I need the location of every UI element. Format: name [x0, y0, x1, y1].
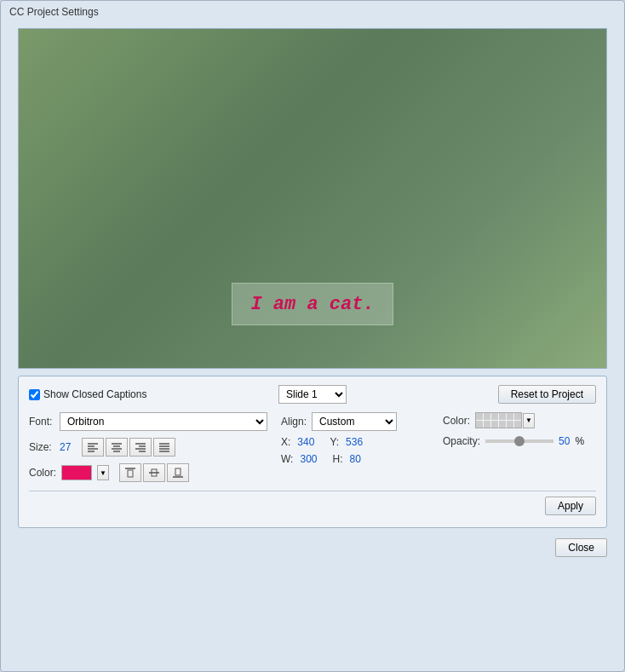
opacity-slider[interactable]: [485, 439, 553, 443]
color-grid-swatch[interactable]: [475, 412, 522, 428]
percent-sign: %: [575, 435, 584, 447]
valign-bottom-button[interactable]: [167, 463, 189, 482]
color-row-left: Color: ▼: [29, 463, 267, 482]
align-justify-button[interactable]: [153, 438, 175, 457]
text-align-buttons: [82, 438, 175, 457]
align-select[interactable]: Custom Left Center Right: [312, 412, 397, 431]
apply-button[interactable]: Apply: [545, 497, 596, 515]
align-right-button[interactable]: [129, 438, 152, 457]
controls-panel: Show Closed Captions Slide 1 Slide 2 Sli…: [18, 376, 607, 528]
color-right-dropdown-button[interactable]: ▼: [523, 413, 535, 428]
wh-row: W: 300 H: 80: [281, 453, 438, 465]
w-label: W:: [281, 453, 293, 465]
opacity-value: 50: [559, 435, 570, 447]
x-label: X:: [281, 436, 290, 448]
opacity-row: Opacity: 50 %: [443, 435, 596, 447]
color-row-right: Color:: [443, 412, 596, 428]
x-value[interactable]: 340: [297, 436, 314, 448]
opacity-label: Opacity:: [443, 435, 480, 447]
show-cc-container: Show Closed Captions: [29, 388, 218, 400]
divider: [29, 491, 596, 491]
show-cc-label: Show Closed Captions: [43, 388, 146, 400]
middle-col: Align: Custom Left Center Right X: 340 Y…: [272, 412, 438, 465]
svg-rect-21: [175, 468, 181, 475]
svg-rect-17: [128, 470, 133, 477]
caption-text: I am a cat.: [250, 294, 374, 315]
reset-to-project-button[interactable]: Reset to Project: [498, 385, 596, 404]
title-bar: CC Project Settings: [1, 1, 624, 21]
color-label-left: Color:: [29, 467, 56, 479]
font-label: Font:: [29, 416, 54, 428]
w-value[interactable]: 300: [300, 453, 317, 465]
reset-btn-area: Reset to Project: [407, 385, 596, 404]
controls-row2: Font: Orbitron Arial Verdana Size: 27: [29, 412, 596, 482]
size-row: Size: 27: [29, 438, 267, 457]
align-label: Align:: [281, 416, 307, 428]
close-button[interactable]: Close: [555, 538, 607, 557]
font-select-wrapper: Orbitron Arial Verdana: [60, 412, 267, 431]
size-value[interactable]: 27: [60, 441, 77, 453]
close-row: Close: [1, 535, 624, 566]
caption-box: I am a cat.: [232, 283, 393, 325]
window: CC Project Settings I am a cat. Show Clo…: [0, 0, 625, 672]
color-dropdown-button[interactable]: ▼: [97, 465, 109, 480]
y-value[interactable]: 536: [346, 436, 363, 448]
vertical-align-buttons: [119, 463, 189, 482]
color-swatch[interactable]: [61, 465, 92, 480]
font-select[interactable]: Orbitron Arial Verdana: [60, 412, 267, 431]
font-row: Font: Orbitron Arial Verdana: [29, 412, 267, 431]
align-left-button[interactable]: [82, 438, 104, 457]
valign-middle-button[interactable]: [143, 463, 165, 482]
size-label: Size:: [29, 441, 54, 453]
show-cc-checkbox[interactable]: [29, 389, 40, 400]
right-col: Color:: [443, 412, 596, 447]
slide-select-container: Slide 1 Slide 2 Slide 3: [218, 385, 407, 404]
apply-row: Apply: [29, 497, 596, 515]
valign-top-button[interactable]: [119, 463, 141, 482]
color-grid-dropdown: ▼: [475, 412, 535, 428]
y-label: Y:: [330, 436, 339, 448]
h-value[interactable]: 80: [349, 453, 360, 465]
slide-select[interactable]: Slide 1 Slide 2 Slide 3: [278, 385, 347, 404]
window-title: CC Project Settings: [9, 6, 99, 18]
left-col: Font: Orbitron Arial Verdana Size: 27: [29, 412, 267, 482]
preview-area: I am a cat.: [18, 28, 607, 369]
align-row: Align: Custom Left Center Right: [281, 412, 438, 431]
h-label: H:: [332, 453, 342, 465]
xy-row: X: 340 Y: 536: [281, 436, 438, 448]
controls-row1: Show Closed Captions Slide 1 Slide 2 Sli…: [29, 385, 596, 404]
align-center-button[interactable]: [106, 438, 128, 457]
color-label-right: Color:: [443, 415, 470, 427]
